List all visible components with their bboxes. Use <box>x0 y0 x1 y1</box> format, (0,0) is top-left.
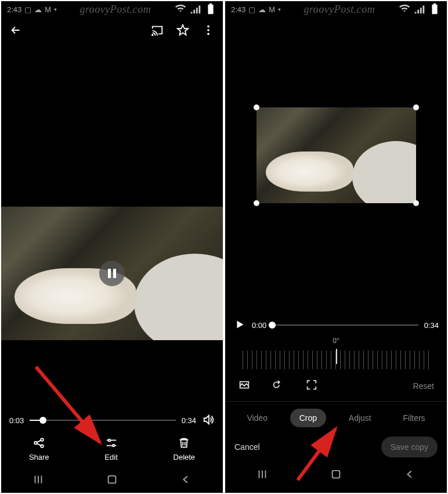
svg-point-0 <box>152 34 153 35</box>
tab-crop[interactable]: Crop <box>290 409 326 427</box>
share-label: Share <box>29 453 49 461</box>
svg-point-8 <box>112 445 114 447</box>
share-button[interactable]: Share <box>29 437 49 461</box>
svg-point-1 <box>207 26 209 28</box>
dog-subject <box>266 152 353 192</box>
battery-icon <box>428 2 441 17</box>
battery-icon <box>204 2 217 17</box>
expand-icon[interactable] <box>305 378 318 393</box>
status-bar: 2:43 ▢ ☁ M • groovyPost.com <box>1 1 223 17</box>
video-scrubber: 0:00 0:34 <box>225 313 447 337</box>
scrubber-track[interactable] <box>272 324 418 326</box>
status-time: 2:43 <box>7 5 21 14</box>
gmail-icon: M <box>269 5 275 14</box>
video-frame <box>256 107 416 203</box>
nav-recent[interactable] <box>32 473 45 488</box>
save-copy-button[interactable]: Save copy <box>381 437 438 457</box>
cloud-icon: ☁ <box>34 5 42 14</box>
aspect-ratio-icon[interactable] <box>238 378 251 393</box>
reset-button[interactable]: Reset <box>413 381 434 391</box>
bottom-actions: Share Edit Delete <box>1 432 223 468</box>
dot-icon: • <box>54 5 57 14</box>
crop-handle-tl[interactable] <box>254 104 259 110</box>
delete-button[interactable]: Delete <box>174 437 196 461</box>
picture-icon: ▢ <box>248 5 255 14</box>
table-object <box>352 141 416 203</box>
svg-point-2 <box>207 29 209 31</box>
gmail-icon: M <box>45 5 51 14</box>
rotation-degrees: 0° <box>225 337 447 348</box>
crop-handle-tr[interactable] <box>413 104 419 110</box>
video-frame <box>1 207 223 340</box>
scrubber-track[interactable] <box>30 420 175 421</box>
video-area[interactable] <box>1 45 223 409</box>
crop-handle-bl[interactable] <box>254 200 259 206</box>
svg-rect-12 <box>333 471 340 478</box>
cancel-button[interactable]: Cancel <box>234 442 260 452</box>
tab-video[interactable]: Video <box>237 409 277 427</box>
time-total: 0:34 <box>182 416 196 425</box>
dot-icon: • <box>278 5 281 14</box>
watermark-text: groovyPost.com <box>80 3 151 16</box>
edit-tabs: Video Crop Adjust Filters <box>225 401 447 434</box>
svg-rect-9 <box>109 476 116 484</box>
nav-bar <box>1 468 223 493</box>
svg-point-7 <box>108 439 110 442</box>
rotation-ruler[interactable] <box>243 351 429 369</box>
picture-icon: ▢ <box>24 5 31 14</box>
top-bar <box>1 17 223 45</box>
edit-label: Edit <box>104 453 117 461</box>
svg-point-3 <box>207 33 209 35</box>
nav-home[interactable] <box>330 468 342 483</box>
time-current: 0:00 <box>252 321 266 330</box>
phone-video-viewer: 2:43 ▢ ☁ M • groovyPost.com <box>1 1 223 493</box>
crop-canvas[interactable] <box>225 17 447 226</box>
edit-button[interactable]: Edit <box>104 437 117 461</box>
play-button[interactable] <box>233 318 246 333</box>
volume-icon[interactable] <box>202 413 215 428</box>
cast-icon[interactable] <box>151 24 164 39</box>
pause-button[interactable] <box>99 261 125 286</box>
tab-adjust[interactable]: Adjust <box>339 409 381 427</box>
wifi-icon <box>174 2 187 17</box>
time-total: 0:34 <box>424 321 439 330</box>
table-object <box>134 254 223 341</box>
wifi-icon <box>398 2 411 17</box>
nav-bar <box>225 463 447 488</box>
phone-crop-editor: 2:43 ▢ ☁ M • groovyPost.com <box>225 1 447 493</box>
delete-label: Delete <box>174 453 196 461</box>
nav-back[interactable] <box>179 473 192 488</box>
time-current: 0:03 <box>9 416 24 425</box>
crop-handle-br[interactable] <box>413 200 419 206</box>
status-bar: 2:43 ▢ ☁ M • groovyPost.com <box>225 1 447 17</box>
back-button[interactable] <box>9 24 22 39</box>
crop-tool-row: Reset <box>225 375 447 401</box>
status-time: 2:43 <box>231 5 245 14</box>
signal-icon <box>189 2 202 17</box>
bottom-buttons: Cancel Save copy <box>225 434 447 463</box>
tab-filters[interactable]: Filters <box>393 409 434 427</box>
signal-icon <box>413 2 426 17</box>
more-icon[interactable] <box>202 24 215 39</box>
nav-back[interactable] <box>403 468 416 483</box>
rotate-icon[interactable] <box>272 378 284 393</box>
cloud-icon: ☁ <box>258 5 266 14</box>
nav-home[interactable] <box>106 473 118 488</box>
nav-recent[interactable] <box>256 468 269 483</box>
video-scrubber: 0:03 0:34 <box>1 409 223 432</box>
favorite-icon[interactable] <box>176 24 189 39</box>
watermark-text: groovyPost.com <box>304 3 375 16</box>
